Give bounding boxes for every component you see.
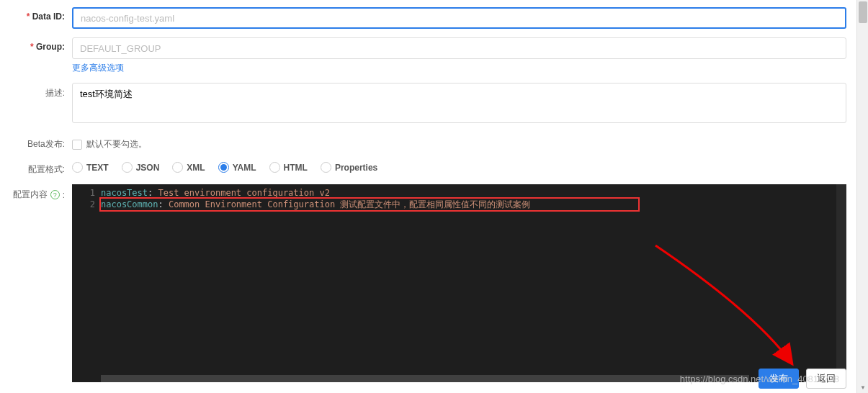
radio-icon xyxy=(172,162,183,173)
radio-icon xyxy=(321,162,331,173)
radio-label: JSON xyxy=(136,163,160,173)
radio-format-json[interactable]: JSON xyxy=(122,162,160,173)
radio-label: TEXT xyxy=(86,163,109,173)
editor-content[interactable]: nacosTest: Test environment configuratio… xyxy=(101,187,835,210)
label-content: 配置内容 ? : xyxy=(7,184,72,201)
radio-group-format: TEXTJSONXMLYAMLHTMLProperties xyxy=(72,159,846,173)
radio-format-xml[interactable]: XML xyxy=(172,162,205,173)
radio-label: XML xyxy=(187,163,205,173)
label-beta: Beta发布: xyxy=(7,134,72,150)
row-format: 配置格式: TEXTJSONXMLYAMLHTMLProperties xyxy=(7,159,846,176)
radio-format-yaml[interactable]: YAML xyxy=(218,162,256,173)
code-line: nacosTest: Test environment configuratio… xyxy=(101,187,835,199)
editor-scrollbar-vertical[interactable] xyxy=(836,184,846,382)
checkbox-beta[interactable] xyxy=(72,140,82,150)
radio-format-html[interactable]: HTML xyxy=(269,162,308,173)
radio-format-text[interactable]: TEXT xyxy=(72,162,109,173)
radio-label: YAML xyxy=(233,163,256,173)
advanced-options-link[interactable]: 更多高级选项 xyxy=(72,62,124,74)
back-button[interactable]: 返回 xyxy=(806,369,846,389)
row-group: Group: DEFAULT_GROUP 更多高级选项 xyxy=(7,37,846,74)
page-scrollbar[interactable]: ▲ ▼ xyxy=(856,0,868,393)
config-form: Data ID: nacos-config-test.yaml Group: D… xyxy=(0,0,868,382)
code-line: nacosCommon: Common Environment Configur… xyxy=(101,199,835,210)
radio-format-properties[interactable]: Properties xyxy=(321,162,377,173)
input-data-id[interactable]: nacos-config-test.yaml xyxy=(72,7,846,29)
textarea-description[interactable]: test环境简述 xyxy=(72,83,846,123)
scrollbar-thumb[interactable] xyxy=(859,1,867,23)
row-description: 描述: test环境简述 xyxy=(7,83,846,125)
checkbox-beta-label: 默认不要勾选。 xyxy=(86,138,147,150)
row-data-id: Data ID: nacos-config-test.yaml xyxy=(7,7,846,29)
radio-icon xyxy=(218,162,229,173)
radio-icon xyxy=(122,162,133,173)
label-group: Group: xyxy=(7,37,72,52)
footer-actions: 发布 返回 xyxy=(759,369,846,389)
label-data-id: Data ID: xyxy=(7,7,72,22)
row-content: 配置内容 ? : 12 nacosTest: Test environment … xyxy=(7,184,846,382)
editor-gutter: 12 xyxy=(72,184,99,382)
line-number: 2 xyxy=(72,199,95,210)
row-beta: Beta发布: 默认不要勾选。 xyxy=(7,134,846,150)
label-description: 描述: xyxy=(7,83,72,99)
radio-label: HTML xyxy=(284,163,308,173)
help-icon[interactable]: ? xyxy=(50,190,60,199)
arrow-annotation xyxy=(72,184,846,382)
radio-icon xyxy=(72,162,83,173)
editor-scrollbar-horizontal[interactable] xyxy=(101,375,749,382)
label-format: 配置格式: xyxy=(7,159,72,176)
publish-button[interactable]: 发布 xyxy=(759,369,799,389)
scroll-down-icon[interactable]: ▼ xyxy=(857,381,868,393)
line-number: 1 xyxy=(72,187,95,199)
radio-label: Properties xyxy=(335,163,377,173)
code-editor[interactable]: 12 nacosTest: Test environment configura… xyxy=(72,184,846,382)
input-group[interactable]: DEFAULT_GROUP xyxy=(72,37,846,59)
radio-icon xyxy=(269,162,280,173)
